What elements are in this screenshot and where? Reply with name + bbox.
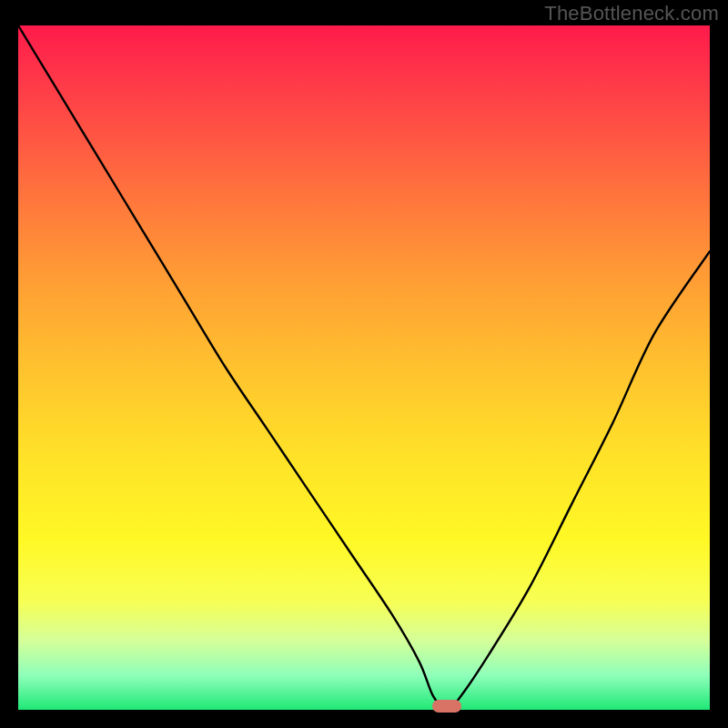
watermark-text: TheBottleneck.com [544,2,719,25]
bottleneck-curve [18,25,710,710]
chart-frame: TheBottleneck.com [0,0,728,728]
plot-area [18,25,710,710]
optimal-point-marker [432,700,461,713]
